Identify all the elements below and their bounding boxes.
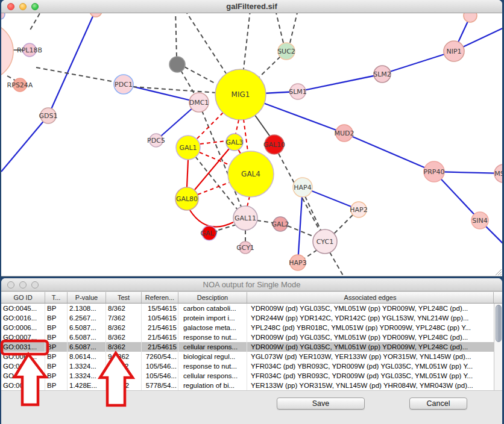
edge-gray-dash bbox=[304, 250, 317, 258]
node-corner-cut[interactable] bbox=[1, 13, 5, 19]
cell-ref: 7260/54... bbox=[142, 352, 178, 361]
cell-desc: response to nut... bbox=[178, 361, 247, 371]
cell-p: 2.1308... bbox=[68, 304, 106, 313]
edge-red-solid bbox=[187, 160, 188, 187]
column-header-goid[interactable]: GO ID bbox=[1, 292, 45, 303]
edge-gray-dash bbox=[181, 70, 194, 93]
column-header-pvalue[interactable]: P-value bbox=[68, 292, 106, 303]
node-label-MSL1: MSL1 bbox=[494, 170, 502, 178]
edge-blue bbox=[1, 116, 48, 172]
cell-assoc: YDR009W (pd) YGL035C, YML051W (pp) YDR00… bbox=[247, 304, 494, 313]
edge-gray-dash bbox=[36, 67, 115, 82]
cell-ref: 15/54615 bbox=[142, 304, 178, 313]
cell-desc: carbon cataboli... bbox=[178, 304, 247, 313]
node-big-left[interactable] bbox=[1, 22, 13, 80]
node-top-cut-1[interactable] bbox=[90, 13, 102, 17]
cell-desc: cellular respons... bbox=[178, 371, 247, 381]
cell-p: 6.2567... bbox=[68, 313, 106, 323]
cell-desc: galactose meta... bbox=[178, 323, 247, 332]
cell-p: 6.5087... bbox=[68, 323, 106, 332]
edge-red-dash bbox=[236, 120, 239, 134]
cell-p: 1.3324... bbox=[68, 361, 106, 371]
column-header-desciption[interactable]: Desciption bbox=[178, 292, 247, 303]
cell-test: 94/362 bbox=[106, 352, 142, 361]
edge-blue bbox=[382, 51, 454, 74]
edge-gray-dash bbox=[257, 220, 273, 223]
edge-red-curve bbox=[190, 210, 233, 227]
cell-type: BP bbox=[45, 352, 68, 361]
node-label-HAP2: HAP2 bbox=[350, 206, 367, 214]
edge-gray-dash bbox=[290, 13, 298, 43]
column-header-referen[interactable]: Referen... bbox=[142, 292, 178, 303]
node-label-GAL7: GAL7 bbox=[200, 229, 218, 237]
cell-p: 6.5087... bbox=[68, 332, 106, 342]
resize-grip[interactable] bbox=[494, 268, 502, 275]
table-scrollbar[interactable] bbox=[494, 304, 502, 390]
cell-assoc: YDR009W (pd) YGL035C, YML051W (pp) YDR00… bbox=[247, 342, 494, 352]
table-row[interactable]: GO:0031...BP1.3324...11/362105/546...res… bbox=[1, 361, 494, 371]
cell-desc: biological regul... bbox=[178, 352, 247, 361]
cell-assoc: YER133W (pp) YOR315W, YNL145W (pd) YHR08… bbox=[247, 381, 494, 390]
network-window-titlebar[interactable]: galFiltered.sif bbox=[1, 0, 502, 13]
node-gray-node[interactable] bbox=[169, 57, 185, 72]
footer-bar: Save Cancel bbox=[1, 390, 502, 424]
cancel-button[interactable]: Cancel bbox=[409, 398, 467, 410]
edge-gray-dash bbox=[288, 226, 314, 237]
table-row[interactable]: GO:0050...BP1.428E...80/3625778/54...reg… bbox=[1, 381, 494, 390]
cell-ref: 105/546... bbox=[142, 371, 178, 381]
column-header-associatededges[interactable]: Associated edges bbox=[247, 292, 494, 303]
edge-gray-dash bbox=[244, 13, 250, 69]
table-row[interactable]: GO:0065...BP8.0614...94/3627260/54...bio… bbox=[1, 352, 494, 361]
node-top-cut-2[interactable] bbox=[464, 13, 477, 22]
edge-gray-dash bbox=[330, 252, 344, 276]
node-label-PRP40: PRP40 bbox=[424, 168, 445, 176]
network-canvas[interactable]: RPL18BRPS24AGDS1PDC1DMC1MIG1SUC2SLM1SLM2… bbox=[1, 13, 502, 276]
edge-gray-dash bbox=[259, 57, 280, 77]
cell-go: GO:0016... bbox=[1, 313, 45, 323]
table-row[interactable]: GO:0016...BP6.2567...7/36210/54615protei… bbox=[1, 313, 494, 323]
cell-desc: regulation of bi... bbox=[178, 381, 247, 390]
node-label-MIG1: MIG1 bbox=[232, 90, 250, 99]
network-graph: RPL18BRPS24AGDS1PDC1DMC1MIG1SUC2SLM1SLM2… bbox=[1, 13, 502, 276]
edge-blue bbox=[298, 74, 382, 92]
node-label-HAP4: HAP4 bbox=[294, 184, 311, 192]
cell-desc: response to nut... bbox=[178, 332, 247, 342]
noa-window-titlebar[interactable]: NOA output for Single Mode bbox=[1, 278, 502, 292]
node-label-GAL80: GAL80 bbox=[176, 195, 198, 203]
node-label-SIN4: SIN4 bbox=[472, 217, 487, 225]
save-button[interactable]: Save bbox=[277, 398, 365, 410]
node-label-SLM2: SLM2 bbox=[373, 70, 391, 78]
cell-test: 7/362 bbox=[106, 313, 142, 323]
cell-ref: 21/54615 bbox=[142, 342, 178, 352]
table-row[interactable]: GO:0007...BP6.5087...8/36221/54615respon… bbox=[1, 332, 494, 342]
node-label-GAL3: GAL3 bbox=[225, 139, 243, 146]
table-row[interactable]: GO:0045...BP2.1308...8/36215/54615carbon… bbox=[1, 304, 494, 313]
node-label-GCY1: GCY1 bbox=[236, 244, 254, 252]
table-row[interactable]: GO:0006...BP6.5087...8/36221/54615galact… bbox=[1, 323, 494, 332]
cell-test: 8/362 bbox=[106, 323, 142, 332]
cell-assoc: YFR034C (pd) YBR093C, YDR009W (pd) YGL03… bbox=[247, 371, 494, 381]
cell-go: GO:0045... bbox=[1, 304, 45, 313]
table-row-selected[interactable]: GO:0031...BP6.5087...8/36221/54615cellul… bbox=[1, 342, 494, 352]
edge-gray-dash bbox=[175, 13, 177, 57]
cell-type: BP bbox=[45, 371, 68, 381]
table-row[interactable]: GO:0031...BP1.3324...11/362105/546...cel… bbox=[1, 371, 494, 381]
edge-red-dash bbox=[247, 196, 250, 207]
cell-type: BP bbox=[45, 342, 68, 352]
cell-type: BP bbox=[45, 332, 68, 342]
node-label-CYC1: CYC1 bbox=[317, 238, 333, 246]
cell-go: GO:0007... bbox=[1, 332, 45, 342]
node-label-GDS1: GDS1 bbox=[39, 112, 58, 120]
cell-p: 1.428E... bbox=[68, 381, 106, 390]
cell-type: BP bbox=[45, 361, 68, 371]
cell-type: BP bbox=[45, 313, 68, 323]
cell-assoc: YDR244W (pp) YDR142C, YDR142C (pp) YGL15… bbox=[247, 313, 494, 323]
column-header-t[interactable]: T... bbox=[45, 292, 68, 303]
scrollbar-thumb[interactable] bbox=[496, 305, 502, 342]
column-header-test[interactable]: Test bbox=[106, 292, 142, 303]
node-label-GAL11: GAL11 bbox=[235, 214, 256, 222]
node-label-MUD2: MUD2 bbox=[334, 129, 354, 137]
node-label-SLM1: SLM1 bbox=[289, 88, 307, 96]
cell-ref: 105/546... bbox=[142, 361, 178, 371]
cell-p: 6.5087... bbox=[68, 342, 106, 352]
